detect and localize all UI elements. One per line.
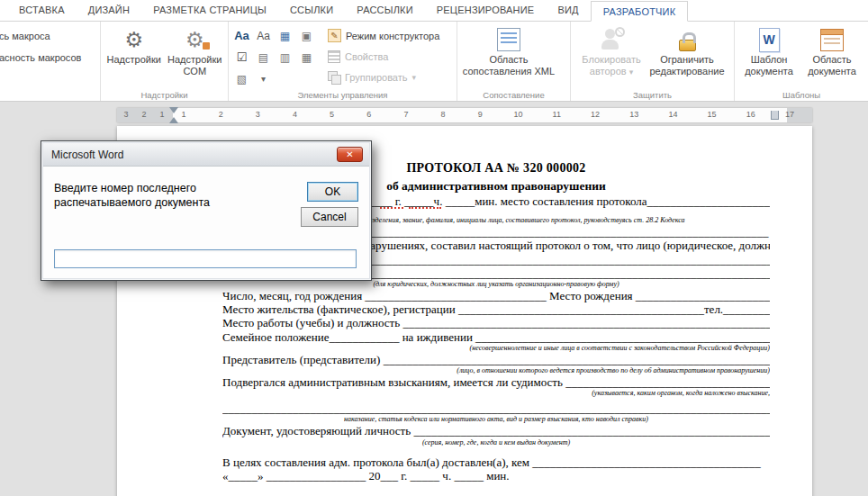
dialog-title: Microsoft Word [51,149,123,161]
ribbon-tab[interactable]: РАЗРАБОТЧИК [591,1,689,22]
lock-icon [679,40,696,51]
restrict-editing-button[interactable]: Ограничить редактирование [649,23,725,85]
ruler-number: 11 [553,110,561,119]
ribbon-tab[interactable]: ВСТАВКА [7,0,77,21]
document-line: наказание, статья кодекса или нормативно… [222,415,770,424]
dialog-message: Введите номер последнего распечатываемог… [54,181,295,210]
ruler-number: 4 [291,110,298,119]
ok-button[interactable]: OK [307,182,358,202]
ribbon-tab-bar: ВСТАВКА ДИЗАЙН РАЗМЕТКА СТРАНИЦЫ ССЫЛКИ … [0,0,868,22]
document-line: Место работы (учебы) и должность _______… [222,316,770,329]
ribbon-tab[interactable]: ССЫЛКИ [278,0,345,21]
ruler-number: 5 [329,110,336,119]
macro-security-button[interactable]: асность макросов [0,52,81,63]
document-line: Документ, удостоверяющий личность ______… [222,424,770,437]
horizontal-ruler[interactable]: 321 1234567891011121314151617 [117,108,812,122]
input-dialog: Microsoft Word ✕ Введите номер последнег… [41,140,372,281]
dialog-input[interactable] [54,249,357,268]
record-macro-button[interactable]: сь макроса [0,31,81,41]
ruler-number: 17 [785,110,794,119]
spellcheck-underline [380,207,403,209]
ruler-margin-numbers: 321 [117,110,171,119]
document-line: (указывается, каким органом, когда налож… [222,389,770,398]
word-window: ВСТАВКА ДИЗАЙН РАЗМЕТКА СТРАНИЦЫ ССЫЛКИ … [0,0,868,496]
document-line: Подвергался административным взысканиям,… [222,375,770,389]
document-panel-icon [820,29,844,51]
properties-icon [328,50,340,63]
checkbox-content-icon[interactable]: ☑ [231,47,252,68]
document-area: 321 1234567891011121314151617 ПРОТОКОЛ А… [0,102,868,496]
block-authors-button[interactable]: Блокировать авторов ▾ [574,23,649,85]
ruler-numbers: 1234567891011121314151617 [180,110,794,119]
building-block-gallery-icon[interactable]: ▣ [296,25,317,46]
ruler-number: 14 [668,110,677,119]
document-panel-button[interactable]: Область документа [800,23,863,85]
right-indent-marker[interactable] [771,111,779,120]
ribbon: сь макроса асность макросов ⚙ Надстройки… [0,22,868,102]
word-document-icon: W [759,28,780,52]
dialog-titlebar[interactable]: Microsoft Word ✕ [43,143,369,167]
xml-mapping-icon [497,28,520,51]
ruler-number: 8 [439,110,447,119]
document-line: Число, месяц, год рождения _____________… [222,289,770,302]
block-authors-icon [601,28,622,51]
repeating-section-icon[interactable]: ▧ [231,68,252,89]
group-label-mapping: Сопоставление [457,90,570,100]
properties-button[interactable]: Свойства [324,46,443,67]
group-label-templates: Шаблоны [735,90,868,100]
document-line: ________________________________________… [222,401,770,415]
ruler-number: 2 [217,110,224,119]
ribbon-group-controls: Aa Aa ▦ ▣ ☑ ▤ ▥ ▦ ▧ ▾ ✎ Режим конструкто… [229,22,457,101]
document-template-button[interactable]: W Шаблон документа [737,23,800,85]
content-controls-grid: Aa Aa ▦ ▣ ☑ ▤ ▥ ▦ ▧ ▾ [231,25,317,89]
ruler-number: 7 [402,110,410,119]
ribbon-tab[interactable]: ВИД [546,0,590,21]
legacy-tools-dropdown-icon[interactable]: ▾ [253,68,274,89]
document-line: В целях составления адм. протокола был(а… [222,455,770,469]
group-icon [328,71,340,84]
document-line: Семейное положение____________ на иждиве… [222,330,770,344]
ruler-number: 6 [366,110,373,119]
ruler-number: 3 [122,110,130,119]
ribbon-tab[interactable]: РАССЫЛКИ [345,0,424,21]
ruler-number: 15 [708,110,717,119]
ruler-number: 1 [180,110,187,119]
group-label-protect: Защитить [571,90,734,100]
gear-icon: ⚙ [124,30,143,50]
hanging-indent-marker[interactable] [169,113,178,123]
close-icon[interactable]: ✕ [337,147,363,162]
ribbon-group-templates: W Шаблон документа Область документа Шаб… [735,22,868,101]
cancel-button[interactable]: Cancel [301,207,358,227]
spellcheck-underline [409,207,441,209]
xml-mapping-pane-button[interactable]: Область сопоставления XML [460,23,557,85]
document-line: «_____» _________________ 20___ г. _____… [222,469,770,482]
document-line: Представитель (представители) __________… [222,353,770,366]
date-picker-icon[interactable]: ▦ [296,47,317,68]
rich-text-content-icon[interactable]: Aa [231,25,252,46]
chevron-down-icon: ▾ [412,73,417,82]
ribbon-tab[interactable]: РЕЦЕНЗИРОВАНИЕ [425,0,547,21]
com-gear-icon: ⚙ [185,30,204,50]
ribbon-tab[interactable]: РАЗМЕТКА СТРАНИЦЫ [141,0,278,21]
picture-content-icon[interactable]: ▦ [275,25,295,46]
ruler-number: 16 [746,110,755,119]
group-label-controls: Элементы управления [229,90,457,100]
document-line: Место жительства (фактическое), регистра… [222,302,770,316]
ribbon-group-addins: ⚙ Надстройки ⚙ Надстройки COM Надстройки [101,22,229,101]
document-line: (лицо, в отношении которого ведется прои… [222,366,770,375]
group-button[interactable]: Группировать ▾ [324,67,443,87]
document-line: (для юридических, должностных лиц указат… [222,280,770,289]
com-addins-button[interactable]: ⚙ Надстройки COM [165,23,226,85]
dialog-body: Введите номер последнего распечатываемог… [43,167,369,278]
addins-button[interactable]: ⚙ Надстройки [104,23,165,85]
combo-box-icon[interactable]: ▤ [253,47,274,68]
ruler-number: 13 [629,110,638,119]
dropdown-list-icon[interactable]: ▥ [275,47,295,68]
ribbon-tab[interactable]: ДИЗАЙН [77,0,141,21]
ribbon-group-protect: Блокировать авторов ▾ Ограничить редакти… [571,22,735,101]
plain-text-content-icon[interactable]: Aa [253,25,274,46]
document-line: (серия, номер, где, когда и кем выдан до… [222,438,770,447]
ruler-number: 10 [513,110,522,119]
group-label-addins: Надстройки [101,90,228,100]
design-mode-button[interactable]: ✎ Режим конструктора [324,25,443,46]
